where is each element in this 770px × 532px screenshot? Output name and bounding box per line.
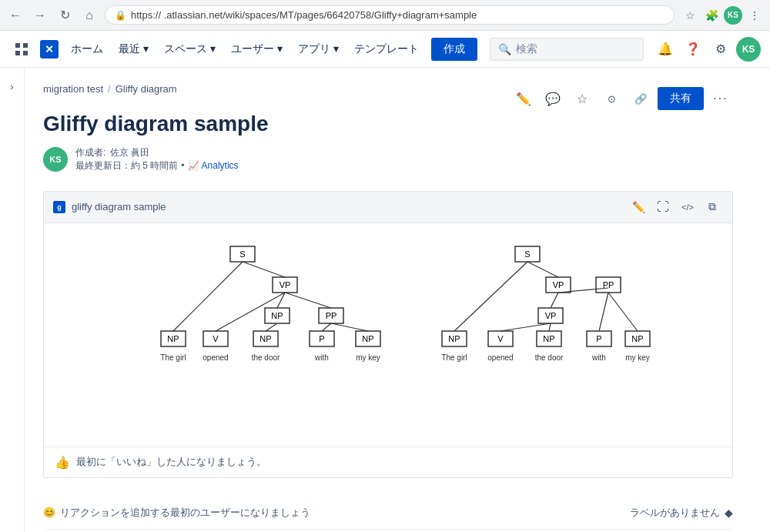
svg-rect-2: [15, 51, 20, 55]
star-button[interactable]: ☆: [570, 86, 594, 111]
svg-text:with: with: [314, 353, 329, 362]
share-button[interactable]: 共有: [658, 87, 704, 110]
back-button[interactable]: ←: [6, 6, 25, 25]
nav-templates[interactable]: テンプレート: [348, 39, 425, 59]
extensions-button[interactable]: 🧩: [702, 6, 721, 25]
diagram-edit-button[interactable]: ✏️: [628, 196, 649, 218]
diagram-toolbar: ✏️ ⛶ </> ⧉: [628, 196, 723, 218]
nav-recent[interactable]: 最近 ▾: [112, 39, 155, 59]
reactions-bar: 😊 リアクションを追加する最初のユーザーになりましょう ラベルがありません ◆: [43, 497, 733, 530]
comment-button[interactable]: 💬: [541, 86, 565, 111]
like-section: 👍 最初に「いいね」した人になりましょう。: [44, 447, 732, 477]
nav-right-icons: 🔔 ❓ ⚙ KS: [653, 37, 761, 62]
svg-line-26: [285, 293, 331, 308]
diagram-fullscreen-button[interactable]: ⛶: [652, 196, 674, 218]
reaction-add-button[interactable]: 😊 リアクションを追加する最初のユーザーになりましょう: [43, 506, 310, 520]
watch-button[interactable]: ⊙: [599, 86, 624, 111]
svg-text:NP: NP: [271, 311, 283, 320]
sidebar-toggle: ›: [0, 68, 25, 532]
svg-text:NP: NP: [362, 334, 373, 343]
user-avatar[interactable]: KS: [736, 37, 761, 62]
breadcrumb: migration test / Gliffy diagram: [43, 83, 177, 95]
svg-line-23: [243, 262, 285, 277]
sidebar-toggle-button[interactable]: ›: [3, 77, 22, 95]
svg-text:S: S: [239, 249, 245, 259]
analytics-icon: 📈: [188, 160, 199, 171]
svg-line-28: [322, 323, 331, 331]
svg-line-60: [608, 293, 638, 331]
address-bar[interactable]: 🔒 https:// .atlassian.net/wiki/spaces/MT…: [105, 5, 675, 25]
dot-separator: •: [181, 160, 184, 171]
diagram-title-area: g gliffy diagram sample: [53, 201, 166, 213]
address-bar-text: https:// .atlassian.net/wiki/spaces/MT/p…: [131, 9, 665, 21]
refresh-button[interactable]: ↻: [55, 6, 74, 25]
diagram-svg: S VP NP V NP NP: [111, 239, 665, 431]
diagram-copy-button[interactable]: ⧉: [701, 196, 723, 218]
analytics-link[interactable]: 📈 Analytics: [188, 160, 239, 171]
reaction-add-icon: 😊: [43, 507, 55, 518]
breadcrumb-separator: /: [108, 83, 111, 95]
search-icon: 🔍: [498, 43, 511, 55]
svg-text:NP: NP: [167, 334, 179, 343]
more-actions-button[interactable]: ···: [708, 86, 733, 111]
svg-line-29: [331, 323, 368, 331]
svg-text:P: P: [596, 334, 601, 343]
svg-text:the door: the door: [252, 353, 280, 362]
svg-line-53: [454, 262, 527, 331]
svg-text:NP: NP: [259, 334, 271, 343]
svg-text:VP: VP: [545, 311, 557, 320]
label-icon: ◆: [725, 507, 733, 519]
settings-button[interactable]: ⚙: [708, 37, 733, 62]
diagram-title: gliffy diagram sample: [72, 201, 166, 212]
author-details: 作成者: 佐京 眞田 最終更新日：約 5 時間前 • 📈 Analytics: [75, 146, 239, 172]
notifications-button[interactable]: 🔔: [653, 37, 678, 62]
home-button[interactable]: ⌂: [80, 6, 99, 25]
svg-text:V: V: [497, 334, 504, 343]
page-header-area: migration test / Gliffy diagram ✏️ 💬 ☆ ⊙…: [43, 83, 733, 111]
svg-text:the door: the door: [535, 353, 564, 362]
analytics-text: Analytics: [202, 160, 239, 171]
nav-users[interactable]: ユーザー ▾: [225, 39, 289, 59]
search-placeholder: 検索: [516, 42, 537, 56]
author-label: 作成者:: [75, 147, 105, 158]
svg-text:my key: my key: [625, 353, 650, 362]
nav-home[interactable]: ホーム: [65, 39, 109, 59]
browser-chrome: ← → ↻ ⌂ 🔒 https:// .atlassian.net/wiki/s…: [0, 0, 770, 31]
svg-text:with: with: [591, 353, 606, 362]
confluence-logo[interactable]: ✕: [40, 40, 59, 59]
label-text: ラベルがありません: [630, 506, 720, 520]
create-button[interactable]: 作成: [431, 38, 477, 61]
svg-text:VP: VP: [553, 280, 564, 289]
svg-text:P: P: [319, 334, 324, 343]
svg-text:V: V: [213, 334, 219, 343]
svg-text:S: S: [524, 249, 530, 259]
main-content: migration test / Gliffy diagram ✏️ 💬 ☆ ⊙…: [25, 68, 764, 532]
profile-button[interactable]: KS: [724, 6, 742, 25]
like-text: 最初に「いいね」した人になりましょう。: [76, 455, 266, 469]
bookmark-button[interactable]: ☆: [681, 6, 699, 25]
author-line: 作成者: 佐京 眞田: [75, 146, 239, 159]
svg-line-22: [173, 262, 243, 331]
diagram-container: g gliffy diagram sample ✏️ ⛶ </> ⧉ S: [43, 191, 733, 478]
search-box[interactable]: 🔍 検索: [490, 38, 644, 61]
svg-text:opened: opened: [487, 353, 513, 362]
author-avatar: KS: [43, 147, 68, 172]
edit-button[interactable]: ✏️: [511, 86, 536, 111]
help-button[interactable]: ❓: [681, 37, 705, 62]
apps-grid-button[interactable]: [9, 37, 34, 62]
svg-text:The girl: The girl: [160, 353, 186, 362]
diagram-code-button[interactable]: </>: [677, 196, 698, 218]
nav-apps[interactable]: アプリ ▾: [292, 39, 345, 59]
lock-icon: 🔒: [115, 10, 126, 21]
breadcrumb-space-link[interactable]: migration test: [43, 83, 103, 95]
author-name: 佐京 眞田: [110, 147, 149, 158]
svg-text:PP: PP: [326, 311, 337, 320]
svg-text:The girl: The girl: [441, 353, 467, 362]
top-nav: ✕ ホーム 最近 ▾ スペース ▾ ユーザー ▾ アプリ ▾ テンプレート 作成…: [0, 31, 770, 68]
nav-spaces[interactable]: スペース ▾: [158, 39, 222, 59]
svg-line-58: [549, 323, 551, 331]
menu-button[interactable]: ⋮: [745, 6, 764, 25]
svg-line-27: [266, 323, 277, 331]
copy-link-button[interactable]: 🔗: [628, 86, 653, 111]
forward-button[interactable]: →: [31, 6, 49, 25]
